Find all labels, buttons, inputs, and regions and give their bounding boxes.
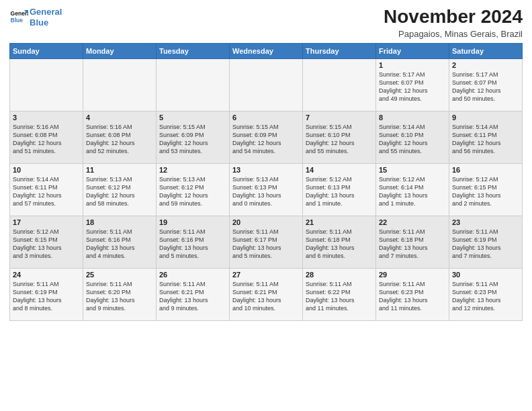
day-info: Sunrise: 5:11 AM Sunset: 6:23 PM Dayligh…: [379, 280, 446, 313]
calendar-container: General Blue General Blue November 2024 …: [0, 0, 532, 328]
calendar-cell: 14Sunrise: 5:12 AM Sunset: 6:13 PM Dayli…: [303, 163, 376, 216]
day-number: 22: [379, 218, 446, 226]
weekday-header-tuesday: Tuesday: [157, 43, 230, 58]
calendar-cell: 16Sunrise: 5:12 AM Sunset: 6:15 PM Dayli…: [449, 163, 523, 216]
day-info: Sunrise: 5:12 AM Sunset: 6:14 PM Dayligh…: [379, 175, 446, 208]
day-info: Sunrise: 5:11 AM Sunset: 6:16 PM Dayligh…: [159, 228, 226, 261]
day-number: 11: [86, 166, 153, 174]
day-number: 30: [452, 271, 519, 279]
logo-line1: General: [30, 7, 62, 17]
logo-icon: General Blue: [9, 8, 28, 27]
week-row-2: 3Sunrise: 5:16 AM Sunset: 6:08 PM Daylig…: [10, 111, 523, 163]
calendar-cell: 20Sunrise: 5:11 AM Sunset: 6:17 PM Dayli…: [230, 216, 303, 268]
calendar-cell: 26Sunrise: 5:11 AM Sunset: 6:21 PM Dayli…: [157, 268, 230, 320]
day-info: Sunrise: 5:11 AM Sunset: 6:18 PM Dayligh…: [379, 228, 446, 261]
weekday-row: SundayMondayTuesdayWednesdayThursdayFrid…: [10, 43, 523, 58]
day-number: 16: [452, 166, 519, 174]
weekday-header-friday: Friday: [376, 43, 449, 58]
day-number: 17: [13, 218, 80, 226]
day-info: Sunrise: 5:15 AM Sunset: 6:09 PM Dayligh…: [159, 123, 226, 156]
day-number: 15: [379, 166, 446, 174]
day-number: 14: [306, 166, 373, 174]
day-number: 12: [159, 166, 226, 174]
calendar-cell: 21Sunrise: 5:11 AM Sunset: 6:18 PM Dayli…: [303, 216, 376, 268]
day-info: Sunrise: 5:13 AM Sunset: 6:12 PM Dayligh…: [86, 175, 153, 208]
day-number: 24: [13, 271, 80, 279]
day-number: 5: [159, 113, 226, 122]
day-number: 7: [306, 113, 373, 122]
day-info: Sunrise: 5:11 AM Sunset: 6:16 PM Dayligh…: [86, 228, 153, 261]
day-number: 23: [452, 218, 519, 226]
day-info: Sunrise: 5:12 AM Sunset: 6:15 PM Dayligh…: [13, 228, 80, 261]
calendar-subtitle: Papagaios, Minas Gerais, Brazil: [384, 29, 523, 39]
calendar-cell: 1Sunrise: 5:17 AM Sunset: 6:07 PM Daylig…: [376, 58, 449, 111]
day-info: Sunrise: 5:17 AM Sunset: 6:07 PM Dayligh…: [379, 71, 446, 103]
day-info: Sunrise: 5:14 AM Sunset: 6:11 PM Dayligh…: [452, 123, 519, 156]
calendar-cell: 7Sunrise: 5:15 AM Sunset: 6:10 PM Daylig…: [303, 111, 376, 163]
logo-text: General Blue: [30, 7, 62, 28]
weekday-header-wednesday: Wednesday: [230, 43, 303, 58]
day-number: 18: [86, 218, 153, 226]
calendar-cell: 12Sunrise: 5:13 AM Sunset: 6:12 PM Dayli…: [157, 163, 230, 216]
calendar-cell: [83, 58, 157, 111]
day-info: Sunrise: 5:13 AM Sunset: 6:13 PM Dayligh…: [232, 175, 300, 208]
weekday-header-monday: Monday: [83, 43, 157, 58]
day-info: Sunrise: 5:16 AM Sunset: 6:08 PM Dayligh…: [13, 123, 80, 156]
day-info: Sunrise: 5:14 AM Sunset: 6:10 PM Dayligh…: [379, 123, 446, 156]
calendar-cell: 3Sunrise: 5:16 AM Sunset: 6:08 PM Daylig…: [10, 111, 83, 163]
day-info: Sunrise: 5:17 AM Sunset: 6:07 PM Dayligh…: [452, 71, 519, 103]
day-number: 9: [452, 113, 519, 122]
calendar-body: 1Sunrise: 5:17 AM Sunset: 6:07 PM Daylig…: [10, 58, 523, 320]
day-number: 8: [379, 113, 446, 122]
logo: General Blue General Blue: [9, 7, 62, 28]
day-number: 10: [13, 166, 80, 174]
day-number: 4: [86, 113, 153, 122]
svg-text:Blue: Blue: [11, 17, 24, 24]
day-number: 26: [159, 271, 226, 279]
day-info: Sunrise: 5:15 AM Sunset: 6:09 PM Dayligh…: [232, 123, 300, 156]
day-info: Sunrise: 5:11 AM Sunset: 6:20 PM Dayligh…: [86, 280, 153, 313]
day-number: 21: [306, 218, 373, 226]
weekday-header-saturday: Saturday: [449, 43, 523, 58]
calendar-cell: 19Sunrise: 5:11 AM Sunset: 6:16 PM Dayli…: [157, 216, 230, 268]
calendar-cell: 8Sunrise: 5:14 AM Sunset: 6:10 PM Daylig…: [376, 111, 449, 163]
day-info: Sunrise: 5:11 AM Sunset: 6:21 PM Dayligh…: [159, 280, 226, 313]
day-number: 13: [232, 166, 300, 174]
calendar-header: SundayMondayTuesdayWednesdayThursdayFrid…: [10, 43, 523, 58]
week-row-4: 17Sunrise: 5:12 AM Sunset: 6:15 PM Dayli…: [10, 216, 523, 268]
day-number: 6: [232, 113, 300, 122]
calendar-cell: 17Sunrise: 5:12 AM Sunset: 6:15 PM Dayli…: [10, 216, 83, 268]
day-number: 19: [159, 218, 226, 226]
day-number: 29: [379, 271, 446, 279]
day-info: Sunrise: 5:11 AM Sunset: 6:21 PM Dayligh…: [232, 280, 300, 313]
day-info: Sunrise: 5:11 AM Sunset: 6:17 PM Dayligh…: [232, 228, 300, 261]
calendar-cell: [157, 58, 230, 111]
calendar-cell: 28Sunrise: 5:11 AM Sunset: 6:22 PM Dayli…: [303, 268, 376, 320]
calendar-cell: 22Sunrise: 5:11 AM Sunset: 6:18 PM Dayli…: [376, 216, 449, 268]
calendar-cell: 13Sunrise: 5:13 AM Sunset: 6:13 PM Dayli…: [230, 163, 303, 216]
calendar-cell: 9Sunrise: 5:14 AM Sunset: 6:11 PM Daylig…: [449, 111, 523, 163]
day-info: Sunrise: 5:13 AM Sunset: 6:12 PM Dayligh…: [159, 175, 226, 208]
calendar-cell: 30Sunrise: 5:11 AM Sunset: 6:23 PM Dayli…: [449, 268, 523, 320]
calendar-cell: 15Sunrise: 5:12 AM Sunset: 6:14 PM Dayli…: [376, 163, 449, 216]
day-info: Sunrise: 5:14 AM Sunset: 6:11 PM Dayligh…: [13, 175, 80, 208]
day-number: 25: [86, 271, 153, 279]
day-info: Sunrise: 5:12 AM Sunset: 6:13 PM Dayligh…: [306, 175, 373, 208]
weekday-header-thursday: Thursday: [303, 43, 376, 58]
day-number: 28: [306, 271, 373, 279]
week-row-5: 24Sunrise: 5:11 AM Sunset: 6:19 PM Dayli…: [10, 268, 523, 320]
calendar-cell: 23Sunrise: 5:11 AM Sunset: 6:19 PM Dayli…: [449, 216, 523, 268]
week-row-3: 10Sunrise: 5:14 AM Sunset: 6:11 PM Dayli…: [10, 163, 523, 216]
day-info: Sunrise: 5:11 AM Sunset: 6:23 PM Dayligh…: [452, 280, 519, 313]
calendar-title: November 2024: [384, 7, 523, 28]
day-number: 3: [13, 113, 80, 122]
calendar-cell: [230, 58, 303, 111]
day-number: 1: [379, 61, 446, 69]
calendar-table: SundayMondayTuesdayWednesdayThursdayFrid…: [9, 43, 523, 321]
calendar-cell: 10Sunrise: 5:14 AM Sunset: 6:11 PM Dayli…: [10, 163, 83, 216]
calendar-cell: 5Sunrise: 5:15 AM Sunset: 6:09 PM Daylig…: [157, 111, 230, 163]
day-number: 27: [232, 271, 300, 279]
calendar-cell: 25Sunrise: 5:11 AM Sunset: 6:20 PM Dayli…: [83, 268, 157, 320]
calendar-cell: [10, 58, 83, 111]
day-info: Sunrise: 5:12 AM Sunset: 6:15 PM Dayligh…: [452, 175, 519, 208]
